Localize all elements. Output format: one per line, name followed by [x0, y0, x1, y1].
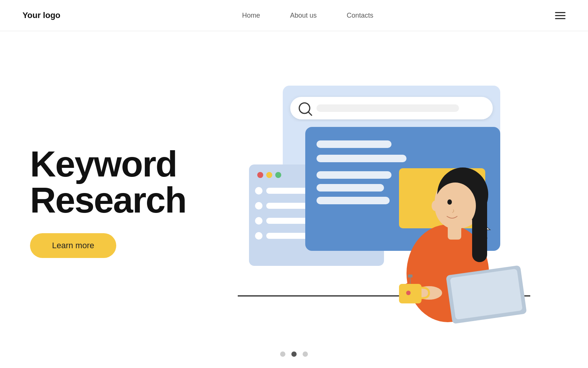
- learn-more-button[interactable]: Learn more: [30, 233, 116, 258]
- svg-rect-4: [316, 104, 459, 112]
- nav-about[interactable]: About us: [290, 12, 316, 20]
- pagination-dot-1[interactable]: [280, 351, 285, 357]
- svg-point-8: [275, 172, 281, 178]
- svg-rect-41: [408, 274, 412, 278]
- illustration-svg: [238, 78, 530, 326]
- svg-rect-23: [316, 184, 384, 192]
- nav-home[interactable]: Home: [242, 12, 260, 20]
- svg-point-9: [255, 187, 262, 195]
- svg-rect-24: [316, 197, 390, 204]
- hero-illustration: [210, 54, 558, 350]
- hamburger-line-1: [555, 12, 566, 13]
- svg-point-11: [255, 202, 262, 210]
- hamburger-line-2: [555, 15, 566, 16]
- hero-left: Keyword Research Learn more: [30, 146, 210, 258]
- hamburger-menu[interactable]: [555, 12, 566, 19]
- svg-point-13: [255, 217, 262, 225]
- pagination: [280, 351, 308, 357]
- hero-headline: Keyword Research: [30, 146, 210, 218]
- pagination-dot-3[interactable]: [303, 351, 308, 357]
- navigation: Home About us Contacts: [242, 12, 373, 20]
- svg-rect-22: [316, 171, 392, 179]
- svg-rect-34: [448, 225, 461, 240]
- svg-point-7: [266, 172, 272, 178]
- svg-rect-19: [316, 155, 406, 162]
- main-content: Keyword Research Learn more: [0, 31, 588, 365]
- hamburger-line-3: [555, 18, 566, 19]
- headline-line1: Keyword: [30, 144, 177, 184]
- svg-point-15: [255, 232, 262, 240]
- svg-point-33: [447, 199, 452, 205]
- nav-contacts[interactable]: Contacts: [347, 12, 374, 20]
- svg-point-42: [406, 291, 411, 295]
- svg-rect-18: [316, 140, 392, 148]
- header: Your logo Home About us Contacts: [0, 0, 588, 31]
- pagination-dot-2[interactable]: [291, 351, 297, 357]
- svg-point-6: [257, 172, 263, 178]
- svg-point-32: [435, 182, 476, 229]
- logo: Your logo: [22, 11, 60, 20]
- headline-line2: Research: [30, 180, 186, 220]
